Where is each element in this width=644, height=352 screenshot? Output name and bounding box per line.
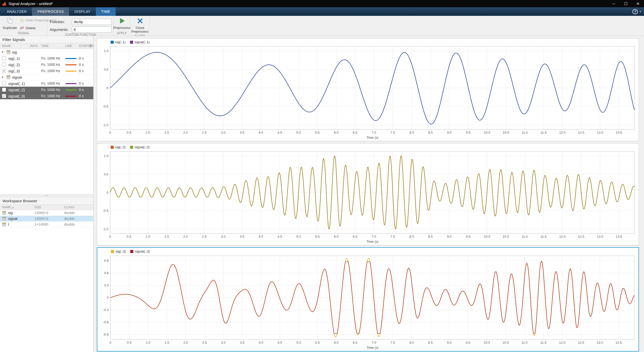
legend-swatch bbox=[130, 146, 133, 149]
svg-text:12.5: 12.5 bbox=[578, 341, 584, 344]
svg-text:Time (s): Time (s) bbox=[366, 240, 378, 243]
svg-text:0.5: 0.5 bbox=[127, 131, 131, 134]
preprocess-label: Preprocess bbox=[113, 26, 130, 30]
signal-line-swatch bbox=[63, 94, 77, 98]
close-preprocess-button[interactable]: Close Preprocess bbox=[130, 17, 150, 34]
workspace-variable-row[interactable]: sigsat14000×3double bbox=[0, 216, 93, 222]
toolstrip-section-custom-function: Function: Arguments: CUSTOM FUNCTION bbox=[48, 16, 114, 36]
matrix-icon bbox=[2, 223, 6, 226]
svg-text:Time (s): Time (s) bbox=[366, 346, 378, 349]
signal-analyzer-window: Signal Analyzer - untitled* ─ ☐ ✕ ANALYZ… bbox=[0, 0, 644, 352]
sidebar-empty-area bbox=[0, 99, 93, 194]
svg-text:-0.5: -0.5 bbox=[103, 209, 108, 213]
signal-start-time: 0 s bbox=[77, 69, 94, 73]
svg-text:5.0: 5.0 bbox=[296, 235, 301, 238]
column-header-time[interactable]: TIME bbox=[39, 44, 63, 48]
plot-panel-3[interactable]: sig(:,3)sigsat(:,3) 00.51.01.52.02.53.03… bbox=[97, 247, 639, 351]
plot-panel-1[interactable]: sig(:,1)sigsat(:,1) 00.51.01.52.02.53.03… bbox=[97, 38, 639, 141]
signal-row[interactable]: ✓sig(:,3)Fs: 1000 Hz0 s bbox=[0, 68, 93, 74]
svg-text:13.0: 13.0 bbox=[597, 131, 603, 134]
undo-icon bbox=[20, 18, 24, 23]
signal-visibility-checkbox[interactable]: ✓ bbox=[2, 94, 6, 98]
svg-text:2.0: 2.0 bbox=[183, 341, 188, 344]
svg-text:4.5: 4.5 bbox=[278, 341, 282, 344]
signal-line-swatch bbox=[63, 56, 77, 60]
svg-text:6.0: 6.0 bbox=[334, 131, 338, 134]
close-window-button[interactable]: ✕ bbox=[632, 0, 644, 7]
svg-text:10.0: 10.0 bbox=[484, 341, 490, 344]
svg-text:9.0: 9.0 bbox=[447, 235, 452, 238]
signal-visibility-checkbox[interactable] bbox=[2, 81, 6, 85]
help-icon[interactable]: ? bbox=[632, 9, 638, 14]
toolstrip-section-signal: Duplicate Undo Preprocessing Delete bbox=[0, 16, 48, 36]
toolstrip-section-apply: Preprocess APPLY bbox=[114, 16, 130, 36]
legend-label: sigsat(:,1) bbox=[135, 40, 149, 44]
svg-text:3.5: 3.5 bbox=[240, 131, 244, 134]
column-header-line[interactable]: LINE bbox=[63, 44, 77, 48]
duplicate-button[interactable]: Duplicate bbox=[2, 17, 18, 31]
svg-text:11.0: 11.0 bbox=[522, 341, 528, 344]
column-header-info[interactable]: INFO bbox=[28, 44, 39, 48]
minimize-button[interactable]: ─ bbox=[608, 0, 620, 7]
svg-text:8.5: 8.5 bbox=[428, 131, 433, 134]
signal-visibility-checkbox[interactable] bbox=[2, 88, 6, 92]
plot-panel-2[interactable]: sig(:,2)sigsat(:,2) 00.51.01.52.02.53.03… bbox=[97, 143, 639, 245]
workspace-column-header-class[interactable]: CLASS bbox=[62, 206, 93, 209]
legend-swatch bbox=[130, 41, 133, 44]
svg-text:8.0: 8.0 bbox=[409, 131, 414, 134]
workspace-browser-title: Workspace Browser bbox=[0, 197, 93, 204]
svg-text:7.5: 7.5 bbox=[391, 235, 395, 238]
signal-visibility-checkbox[interactable]: ✓ bbox=[2, 69, 6, 73]
signal-visibility-checkbox[interactable] bbox=[2, 63, 6, 67]
signal-row[interactable]: sigsat(:,2)Fs: 1000 Hz0 s bbox=[0, 87, 93, 93]
svg-text:2.5: 2.5 bbox=[202, 341, 207, 344]
svg-text:0: 0 bbox=[107, 296, 109, 299]
panel-splitter[interactable]: ••• bbox=[0, 194, 93, 197]
undo-preprocessing-button: Undo Preprocessing bbox=[19, 18, 57, 23]
arguments-input[interactable] bbox=[72, 27, 112, 33]
signal-line-swatch bbox=[63, 69, 77, 73]
signal-row[interactable]: sigsat(:,1)Fs: 1000 Hz0 s bbox=[0, 80, 93, 87]
svg-text:6.0: 6.0 bbox=[334, 235, 338, 238]
svg-text:0.5: 0.5 bbox=[127, 341, 132, 344]
display-grid: sig(:,1)sigsat(:,1) 00.51.01.52.02.53.03… bbox=[94, 36, 644, 352]
gear-icon[interactable]: ⚙ bbox=[89, 44, 92, 48]
preprocess-button[interactable]: Preprocess bbox=[112, 17, 132, 31]
delete-icon bbox=[20, 26, 24, 31]
svg-text:3.5: 3.5 bbox=[240, 235, 244, 238]
signal-row[interactable]: ✓sigsat(:,3)Fs: 1000 Hz0 s bbox=[0, 93, 93, 99]
function-input[interactable] bbox=[72, 19, 112, 25]
svg-text:5.0: 5.0 bbox=[296, 341, 301, 344]
workspace-column-header-size[interactable]: SIZE bbox=[32, 206, 62, 209]
signal-group-row[interactable]: ▾sig bbox=[0, 49, 93, 55]
variable-size: 14000×3 bbox=[32, 211, 62, 215]
svg-text:3.0: 3.0 bbox=[221, 341, 226, 344]
legend-item: sigsat(:,1) bbox=[130, 40, 149, 44]
chevron-down-icon[interactable]: ▾ bbox=[639, 10, 641, 13]
workspace-column-header-name[interactable]: NAME▴ bbox=[0, 206, 32, 209]
svg-text:11.5: 11.5 bbox=[540, 341, 546, 344]
signal-row[interactable]: sig(:,2)Fs: 1000 Hz0 s bbox=[0, 62, 93, 68]
svg-text:0: 0 bbox=[107, 191, 108, 194]
tab-analyzer[interactable]: ANALYZER bbox=[2, 7, 32, 16]
workspace-variable-row[interactable]: sig14000×3double bbox=[0, 210, 93, 216]
column-header-name[interactable]: NAME bbox=[0, 44, 28, 48]
maximize-button[interactable]: ☐ bbox=[620, 0, 632, 7]
signal-row[interactable]: sig(:,1)Fs: 1000 Hz0 s bbox=[0, 55, 93, 62]
svg-text:0.6: 0.6 bbox=[104, 271, 109, 275]
variable-name: sigsat bbox=[8, 217, 18, 221]
variable-class: double bbox=[62, 217, 93, 221]
signal-group-row[interactable]: ▾sigsat bbox=[0, 74, 93, 80]
tab-display[interactable]: DISPLAY bbox=[69, 7, 96, 16]
group-name: sigsat bbox=[12, 75, 22, 79]
svg-text:4.0: 4.0 bbox=[259, 131, 263, 134]
collapse-triangle-icon[interactable]: ▾ bbox=[2, 50, 5, 54]
svg-text:1.0: 1.0 bbox=[104, 154, 108, 158]
svg-text:4.0: 4.0 bbox=[259, 235, 263, 238]
workspace-variable-row[interactable]: t1×14000double bbox=[0, 222, 93, 227]
tab-time[interactable]: TIME bbox=[96, 7, 116, 16]
collapse-triangle-icon[interactable]: ▾ bbox=[2, 75, 5, 79]
signal-visibility-checkbox[interactable] bbox=[2, 56, 6, 60]
svg-text:2.5: 2.5 bbox=[202, 131, 207, 134]
tab-preprocess[interactable]: PREPROCESS bbox=[32, 7, 69, 16]
